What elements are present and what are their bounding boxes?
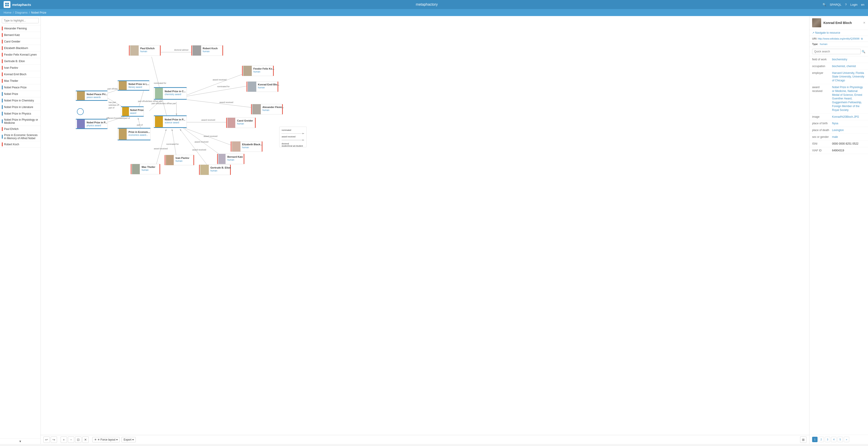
search-icon[interactable]: 🔍 [823,3,826,6]
sidebar-item-nobel-peace-prize[interactable]: Nobel Peace Prize [0,84,40,91]
clear-button[interactable]: ✕ [82,437,89,443]
edge-label-sci-elizabeth: award received [204,135,217,137]
help-icon[interactable]: ? [845,3,846,6]
prop-value[interactable]: male [832,135,865,139]
node-konrad-bloch[interactable]: Konrad Emil Blo... human [247,81,279,92]
language-selector[interactable]: en [861,3,864,6]
node-gertrude-elion[interactable]: Gertrude B. Elion human [199,165,231,175]
node-ivan-pavlov[interactable]: Ivan Pavlov human [165,155,194,165]
page-button-4[interactable]: 4 [831,437,837,442]
sidebar-item-elizabeth-blackburn[interactable]: Elizabeth Blackburn [0,45,40,52]
sidebar-item-konrad-emil-bloch[interactable]: Konrad Emil Bloch [0,71,40,78]
zoom-in-button[interactable]: + [61,437,67,443]
svg-rect-118 [199,165,200,175]
close-button[interactable]: × [863,21,865,25]
svg-rect-46 [76,91,107,91]
right-panel-search-icon[interactable]: 🔍 [862,50,865,53]
expand-button[interactable]: ⊞ [800,437,806,443]
node-nobel-lit[interactable]: Nobel Prize in L... literary award [118,80,149,91]
node-robert-koch[interactable]: Robert Koch human [191,45,223,56]
prop-value[interactable]: biochemist, chemist [832,64,865,68]
export-dropdown[interactable]: Export ▾ [122,437,136,442]
node-elizabeth-black[interactable]: Elizabeth Black... human [231,141,262,151]
sidebar-item-nobel-prize-in-chemistry[interactable]: Nobel Prize in Chemistry [0,97,40,104]
sidebar-color-bar [2,39,3,44]
breadcrumb-diagrams[interactable]: Diagrams [15,11,28,14]
sidebar-item-paul-ehrlich[interactable]: Paul Ehrlich [0,126,40,132]
node-nobel-prize[interactable]: Nobel Prize award [121,106,144,116]
page-button-»[interactable]: » [844,437,849,442]
node-nobel-physics[interactable]: Nobel Prize in P... physics award [76,119,107,129]
sidebar-item-feodor-felix-konrad-lynen[interactable]: Feodor Felix Konrad Lynen [0,52,40,58]
sidebar-item-nobel-prize-in-physics[interactable]: Nobel Prize in Physics [0,110,40,117]
sidebar-item-gertrude-b.-elion[interactable]: Gertrude B. Elion [0,58,40,65]
sidebar-item-label: Feodor Felix Konrad Lynen [4,53,37,56]
node-nobel-peace[interactable]: Nobel Peace Pri... peace awards [76,91,107,101]
sidebar-item-ivan-pavlov[interactable]: Ivan Pavlov [0,65,40,71]
sidebar-item-carol-greider[interactable]: Carol Greider [0,38,40,45]
property-row-field-of-work: field of workbiochemistry [809,56,868,63]
svg-text:human: human [227,159,235,161]
sidebar-item-label: Nobel Prize [4,93,18,96]
node-nobel-sci[interactable]: Nobel Prize in P... science award [154,115,187,128]
uri-link[interactable]: http://www.wikidata.org/entity/Q35698 [818,37,859,40]
node-prize-econ[interactable]: Prize in Econom... economics award... [118,128,150,140]
node-bernard-katz[interactable]: Bernard Katz human [217,154,244,164]
type-link[interactable]: human [820,43,828,45]
prop-value[interactable]: Harvard University, Florida State Univer… [832,71,865,82]
sidebar-color-bar [2,92,3,96]
node-carol-greider[interactable]: Carol Greider human [226,118,256,128]
svg-text:Alexander Flemi...: Alexander Flemi... [262,106,284,108]
property-row-occupation: occupationbiochemist, chemist [809,63,868,70]
fit-button[interactable]: ⊡ [75,437,82,443]
sidebar-item-max-theiler[interactable]: Max Theiler [0,78,40,84]
prop-value[interactable]: Lexington [832,128,865,132]
sidebar-item-alexander-fleming[interactable]: Alexander Fleming [0,25,40,32]
prop-value[interactable]: Konrad%20Bloch.JPG [832,115,865,119]
sidebar-item-nobel-prize[interactable]: Nobel Prize [0,91,40,97]
page-button-1[interactable]: 1 [812,437,817,442]
sidebar-search-input[interactable] [2,18,39,23]
page-button-2[interactable]: 2 [818,437,824,442]
zoom-controls: + − ⊡ ✕ [61,437,89,443]
sidebar-item-robert-koch[interactable]: Robert Koch [0,141,40,148]
right-panel-search-input[interactable] [812,49,861,54]
node-alexander-fleming[interactable]: Alexander Flemi... human [251,104,284,114]
prop-value[interactable]: Nobel Prize in Physiology or Medicine, N… [832,85,865,112]
sidebar-scroll-down[interactable]: ▼ [0,439,40,444]
svg-text:Nobel Prize: Nobel Prize [130,109,144,111]
page-button-5[interactable]: 5 [837,437,843,442]
history-controls: ↩ ↪ [43,437,57,443]
sidebar-item-bernard-katz[interactable]: Bernard Katz [0,32,40,38]
login-button[interactable]: Login [850,3,858,6]
breadcrumb-home[interactable]: Home [4,11,11,14]
undo-button[interactable]: ↩ [43,437,50,443]
diagram-canvas[interactable]: doctoral advisor nominated for has part … [41,16,809,444]
sidebar-item-nobel-prize-in-literature[interactable]: Nobel Prize in Literature [0,104,40,110]
page-button-3[interactable]: 3 [825,437,830,442]
force-layout-dropdown[interactable]: ✳ ✳ Force layout ▾ [92,437,120,442]
prop-value[interactable]: Nysa [832,122,865,126]
sidebar-color-bar [2,142,3,146]
zoom-out-button[interactable]: − [68,437,74,443]
export-chevron-icon: ▾ [132,438,134,441]
node-feodor[interactable]: Feodor Felix Ko... human [242,66,274,76]
copy-uri-icon[interactable]: ⧉ [861,37,863,40]
node-paul-ehrlich[interactable]: Paul Ehrlich human [129,45,161,56]
edge-label-chem-fleming: award received [219,101,233,103]
sidebar-color-bar [2,33,3,37]
app-logo[interactable]: metaphacts [4,1,31,8]
edge-label-phys-prize: different from/class/part of [106,117,130,119]
top-navigation: metaphacts metaphactory 🔍 SPARQL ? Login… [0,0,868,9]
node-nobel-chem[interactable]: Nobel Prize in C... chemistry award [154,87,187,100]
sidebar-item-prize-in-economic-sciences-in-memory-of-alfred-nobel[interactable]: Prize in Economic Sciences in Memory of … [0,132,40,141]
chevron-down-icon: ▾ [116,438,118,441]
node-max-theiler[interactable]: Max Theiler human [131,164,160,174]
sidebar-item-nobel-prize-in-physiology-or-medicine[interactable]: Nobel Prize in Physiology or Medicine [0,117,40,126]
sparql-link[interactable]: SPARQL [830,3,841,6]
redo-button[interactable]: ↪ [51,437,57,443]
prop-value[interactable]: biochemistry [832,58,865,62]
navigate-to-resource-link[interactable]: ↗ Navigate to resource [812,31,840,34]
sidebar-color-bar [2,59,3,63]
svg-rect-106 [217,154,218,164]
